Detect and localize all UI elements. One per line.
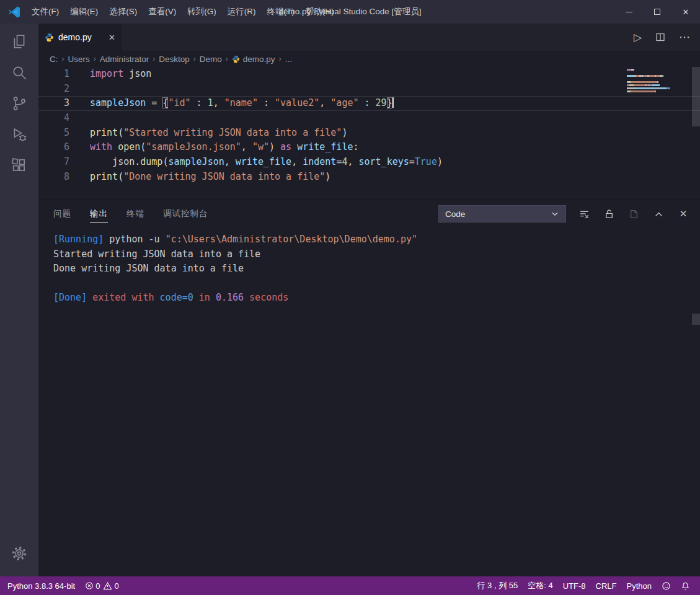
code-line[interactable]: 6with open("sampleJson.json", "w") as wr… [38,140,700,155]
panel-tab-item[interactable]: 终端 [126,205,144,223]
feedback-smiley-icon[interactable] [657,576,676,595]
breadcrumb-item[interactable]: Administrator [100,55,149,64]
breadcrumb-label: C: [50,55,58,64]
breadcrumb-label: Users [68,55,90,64]
menu-item[interactable]: 文件(F) [26,0,64,24]
breadcrumb-item[interactable]: demo.py [232,55,275,64]
error-count: 0 [95,581,100,591]
split-editor-icon[interactable] [655,32,665,42]
panel-scrollbar[interactable] [692,314,700,325]
code-editor[interactable]: 1import json23sampleJson = {"id" : 1, "n… [38,67,700,200]
activity-bar [0,24,38,576]
code-text: json.dump(sampleJson, write_file, indent… [69,155,443,170]
panel-tab-item[interactable]: 调试控制台 [163,205,208,223]
output-channel-select[interactable]: Code [438,205,566,223]
tab-demo-py[interactable]: demo.py ✕ [38,24,122,51]
output-channel-value: Code [445,209,465,219]
python-file-icon [232,55,240,63]
panel-tab-active[interactable]: 输出 [90,205,108,223]
code-line[interactable]: 3sampleJson = {"id" : 1, "name" : "value… [38,96,700,111]
code-text: print("Started writing JSON data into a … [69,126,347,141]
code-line[interactable]: 7 json.dump(sampleJson, write_file, inde… [38,155,700,170]
panel-tabs: 问题输出终端调试控制台 [53,205,227,223]
breadcrumb-label: Administrator [100,55,149,64]
breadcrumb-separator-icon: › [222,55,232,63]
breadcrumb-item[interactable]: ... [285,55,292,64]
menu-item[interactable]: 运行(R) [222,0,262,24]
minimize-button[interactable] [614,0,643,24]
encoding-status[interactable]: UTF-8 [558,576,591,595]
editor-scrollbar[interactable] [692,67,700,126]
run-file-button[interactable]: ▷ [634,31,642,44]
line-number: 2 [38,82,69,97]
breadcrumb-separator-icon: › [149,55,159,63]
extensions-icon[interactable] [4,151,34,180]
search-icon[interactable] [4,58,34,87]
tab-close-icon[interactable]: ✕ [109,33,115,42]
output-line: Started writing JSON data into a file [53,247,700,262]
code-text [69,111,90,126]
indentation-status[interactable]: 空格: 4 [523,576,557,595]
notifications-bell-icon[interactable] [676,576,695,595]
code-line[interactable]: 1import json [38,67,700,82]
code-text [69,82,90,97]
vscode-logo-icon [7,5,21,19]
line-number: 1 [38,67,69,82]
python-interpreter-status[interactable]: Python 3.8.3 64-bit [2,576,80,595]
chevron-down-icon [551,209,559,218]
tab-label: demo.py [58,32,92,42]
output-line: [Done] exited with code=0 in 0.166 secon… [53,291,700,306]
line-number: 3 [38,96,69,111]
breadcrumb-item[interactable]: Users [68,55,90,64]
python-file-icon [45,33,54,42]
panel-tab-item[interactable]: 问题 [53,205,71,223]
breadcrumb-item[interactable]: Desktop [159,55,190,64]
run-debug-icon[interactable] [4,120,34,149]
output-line: [Running] python -u "c:\Users\Administra… [53,232,700,247]
line-number: 4 [38,111,69,126]
breadcrumb-separator-icon: › [90,55,100,63]
more-actions-icon[interactable]: ⋯ [679,30,690,44]
maximize-button[interactable] [643,0,671,24]
menu-item[interactable]: 选择(S) [104,0,143,24]
eol-status[interactable]: CRLF [591,576,622,595]
code-line[interactable]: 4 [38,111,700,126]
code-text: sampleJson = {"id" : 1, "name" : "value2… [69,96,394,111]
code-line[interactable]: 5print("Started writing JSON data into a… [38,126,700,141]
source-control-icon[interactable] [4,89,34,118]
close-panel-icon[interactable]: ✕ [676,207,690,221]
line-number: 7 [38,155,69,170]
minimap[interactable] [627,69,690,94]
warning-count: 0 [114,581,118,591]
code-line[interactable]: 2 [38,82,700,97]
code-text: import json [69,67,151,82]
breadcrumb-separator-icon: › [190,55,200,63]
lock-scroll-icon[interactable] [602,207,616,221]
output-line: Done writing JSON data into a file [53,262,700,276]
settings-gear-icon[interactable] [4,539,34,568]
line-number: 6 [38,140,69,155]
breadcrumb-separator-icon: › [275,55,285,63]
maximize-panel-icon[interactable] [652,207,665,221]
output-console[interactable]: [Running] python -u "c:\Users\Administra… [38,227,700,576]
open-output-in-editor-icon[interactable] [627,207,640,221]
problems-status[interactable]: 0 0 [80,576,123,595]
close-button[interactable]: ✕ [671,0,700,24]
line-number: 5 [38,126,69,141]
breadcrumb-label: Desktop [159,55,190,64]
menu-item[interactable]: 转到(G) [182,0,222,24]
explorer-icon[interactable] [4,27,34,56]
cursor-position-status[interactable]: 行 3 , 列 55 [472,576,523,595]
language-mode-status[interactable]: Python [622,576,657,595]
menu-item[interactable]: 查看(V) [143,0,182,24]
window-title: demo.py - Visual Studio Code [管理员] [278,6,421,17]
code-line[interactable]: 8print("Done writing JSON data into a fi… [38,170,700,185]
maximize-icon [654,9,660,15]
code-text: print("Done writing JSON data into a fil… [69,170,330,185]
menu-item[interactable]: 编辑(E) [64,0,104,24]
breadcrumb-item[interactable]: C: [50,55,58,64]
breadcrumb-label: Demo [200,55,222,64]
clear-output-icon[interactable] [577,207,591,221]
breadcrumb-item[interactable]: Demo [200,55,222,64]
line-number: 8 [38,170,69,185]
